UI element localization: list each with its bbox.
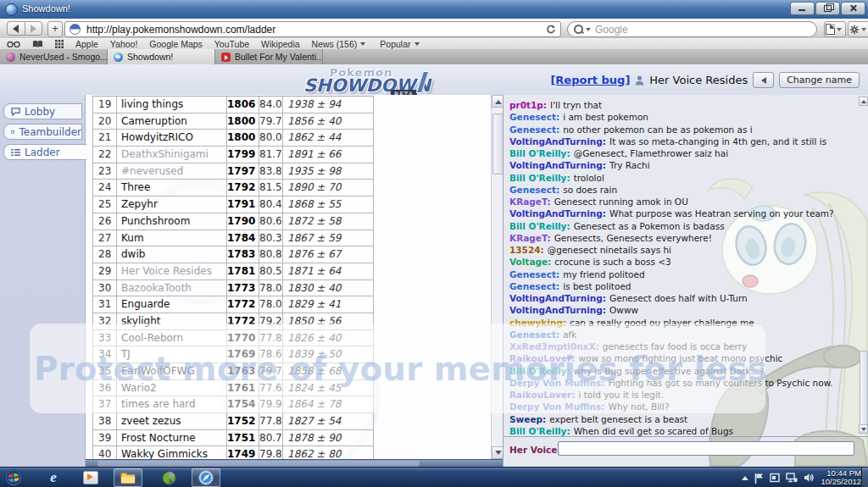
chat-bubble-icon bbox=[11, 108, 20, 116]
taskbar-app-green[interactable] bbox=[154, 468, 183, 487]
top-sites-grid-icon[interactable] bbox=[55, 40, 64, 48]
chevron-down-icon bbox=[837, 28, 842, 34]
taskbar-file-explorer[interactable] bbox=[114, 468, 142, 487]
ladder-cell-gxe: 81.5 bbox=[259, 180, 283, 196]
showdown-favicon-icon bbox=[70, 24, 81, 35]
address-bar[interactable] bbox=[64, 21, 561, 37]
taskbar-clock[interactable]: 10:44 PM 10/25/2012 bbox=[821, 469, 861, 487]
ladder-cell-name: Three bbox=[117, 180, 227, 196]
scroll-thumb[interactable] bbox=[860, 351, 868, 425]
ladder-cell-glicko: 1871 ± 64 bbox=[283, 263, 374, 279]
taskbar-media-player[interactable] bbox=[76, 468, 105, 487]
chat-text: no other pokemon can be as pokemon as i bbox=[563, 125, 753, 135]
ladder-cell-gxe: 78.0 bbox=[259, 296, 283, 313]
scroll-up-button[interactable] bbox=[859, 97, 868, 106]
page-menu-button[interactable] bbox=[824, 21, 846, 37]
report-bug-link[interactable]: [Report bug] bbox=[550, 74, 630, 86]
ladder-cell-rank: 25 bbox=[92, 196, 117, 213]
scroll-up-button[interactable] bbox=[492, 95, 503, 108]
volume-icon[interactable] bbox=[804, 473, 815, 483]
tab-bullet-for-my-valentine[interactable]: Bullet For My Valenti... bbox=[215, 49, 323, 64]
reload-icon[interactable] bbox=[546, 25, 556, 35]
close-button[interactable] bbox=[841, 2, 865, 15]
bookmark-apple[interactable]: Apple bbox=[75, 39, 98, 49]
list-icon bbox=[11, 148, 20, 157]
settings-menu-button[interactable] bbox=[848, 21, 868, 37]
forward-button[interactable] bbox=[25, 21, 43, 36]
ladder-cell-elo: 1806 bbox=[227, 97, 259, 113]
ladder-cell-rank: 24 bbox=[92, 180, 117, 196]
ladder-cell-gxe: 84.0 bbox=[259, 97, 283, 113]
safari-compass-icon bbox=[198, 470, 214, 485]
chat-message: Bill O'Reilly:trololol bbox=[509, 172, 860, 184]
showdown-page: Pokemon SHOWDOWN BETA [Report bug] Her V… bbox=[0, 64, 868, 467]
ladder-cell-elo: 1784 bbox=[227, 230, 259, 246]
bookmark-folder-news[interactable]: News (156) bbox=[312, 39, 369, 49]
ladder-cell-gxe: 80.6 bbox=[259, 213, 283, 230]
chat-message: Genesect:i am best pokemon bbox=[509, 111, 860, 123]
action-center-flag-icon[interactable] bbox=[754, 473, 764, 484]
chat-input[interactable] bbox=[558, 441, 854, 456]
url-input[interactable] bbox=[85, 23, 546, 36]
search-field[interactable] bbox=[567, 21, 817, 37]
chat-message: pr0t1p:I'll tryn that bbox=[509, 99, 860, 111]
bookmark-google-maps[interactable]: Google Maps bbox=[149, 39, 202, 49]
scroll-down-button[interactable] bbox=[492, 446, 503, 459]
ladder-cell-name: DeathxShinigami bbox=[117, 147, 227, 163]
tray-hidden-icons-button[interactable] bbox=[742, 473, 748, 480]
bookmark-wikipedia[interactable]: Wikipedia bbox=[261, 39, 300, 49]
ladder-cell-rank: 26 bbox=[92, 213, 117, 230]
chat-text: so does rain bbox=[563, 185, 617, 195]
reading-glasses-icon[interactable] bbox=[7, 41, 20, 47]
chat-message: KRageT:Genesects, Genesects everywhere! bbox=[509, 232, 860, 244]
taskbar-internet-explorer[interactable]: e bbox=[39, 468, 68, 487]
ladder-cell-rank: 19 bbox=[92, 97, 117, 113]
scroll-thumb[interactable] bbox=[97, 461, 420, 467]
bookmark-yahoo[interactable]: Yahoo! bbox=[110, 39, 138, 49]
bookmarks-book-icon[interactable] bbox=[32, 40, 43, 48]
sidebar-item-lobby[interactable]: Lobby bbox=[3, 103, 82, 119]
page-icon bbox=[826, 24, 835, 35]
pokemon-showdown-logo: Pokemon SHOWDOWN BETA bbox=[303, 66, 419, 96]
scroll-thumb[interactable] bbox=[492, 113, 503, 174]
back-arrow-icon bbox=[8, 25, 19, 33]
ladder-cell-rank: 22 bbox=[92, 147, 117, 163]
chat-message: Genesect:my friend politoed bbox=[509, 268, 860, 280]
ladder-cell-elo: 1781 bbox=[227, 263, 259, 279]
show-desktop-button[interactable] bbox=[861, 468, 868, 487]
tab-showdown[interactable]: Showdown! bbox=[108, 49, 215, 64]
ladder-row: 19living things180684.01938 ± 94 bbox=[92, 97, 374, 113]
chat-message: Genesect:so does rain bbox=[509, 184, 860, 196]
sidebar-item-ladder[interactable]: Ladder bbox=[3, 144, 86, 160]
change-name-button[interactable]: Change name bbox=[779, 72, 860, 88]
tab-neverused[interactable]: NeverUsed - Smogo... bbox=[0, 49, 108, 64]
chat-message: KRageT:Genesect running amok in OU bbox=[509, 196, 860, 208]
new-tab-button[interactable]: + bbox=[47, 21, 63, 37]
gadget-window-icon[interactable] bbox=[770, 473, 780, 483]
scroll-down-button[interactable] bbox=[859, 424, 868, 434]
bookmarks-bar: Apple Yahoo! Google Maps YouTube Wikiped… bbox=[0, 38, 868, 50]
bookmark-youtube[interactable]: YouTube bbox=[214, 39, 249, 49]
ladder-cell-gxe: 80.8 bbox=[259, 246, 283, 263]
chat-message: VoltingAndTurning:Genesect does half wit… bbox=[509, 292, 860, 304]
ladder-cell-glicko: 1890 ± 70 bbox=[283, 180, 374, 196]
restore-button[interactable] bbox=[815, 2, 840, 15]
back-button[interactable] bbox=[7, 21, 25, 36]
search-input[interactable] bbox=[593, 23, 816, 36]
chat-scrollbar[interactable] bbox=[859, 97, 868, 434]
pokemon-favicon-icon bbox=[6, 53, 15, 62]
collapse-userbar-button[interactable] bbox=[753, 72, 774, 88]
ladder-cell-rank: 39 bbox=[92, 430, 117, 446]
minimize-button[interactable] bbox=[790, 2, 815, 15]
ladder-cell-glicko: 1935 ± 98 bbox=[283, 163, 374, 180]
ladder-horizontal-scrollbar[interactable] bbox=[86, 459, 503, 467]
start-button[interactable] bbox=[5, 469, 22, 486]
sidebar-item-teambuilder[interactable]: Teambuilder bbox=[3, 124, 82, 140]
network-icon[interactable] bbox=[786, 473, 798, 483]
bookmark-folder-popular[interactable]: Popular bbox=[380, 39, 421, 49]
ladder-cell-rank: 21 bbox=[92, 130, 117, 146]
taskbar-safari[interactable] bbox=[192, 468, 220, 487]
ladder-row: 38zveet zezus175277.81827 ± 54 bbox=[92, 413, 374, 430]
ladder-cell-name: zveet zezus bbox=[117, 413, 227, 429]
ladder-cell-gxe: 79.7 bbox=[259, 113, 283, 130]
